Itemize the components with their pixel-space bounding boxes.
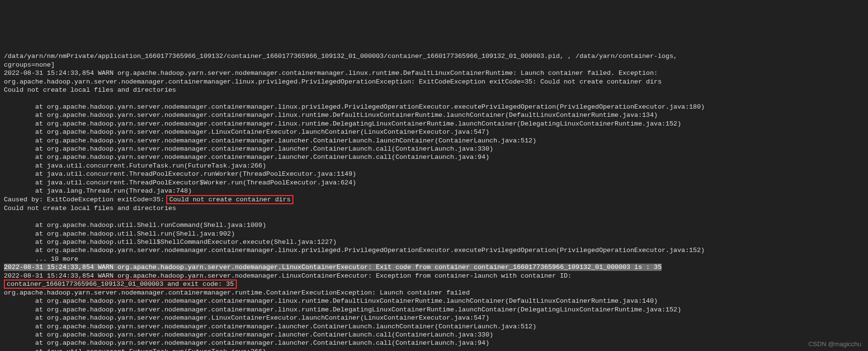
- stack-trace-line: at org.apache.hadoop.util.Shell$ShellCom…: [4, 239, 337, 246]
- exception-line: org.apache.hadoop.yarn.server.nodemanage…: [4, 289, 470, 296]
- stack-trace-line: at org.apache.hadoop.yarn.server.nodeman…: [4, 128, 490, 136]
- log-line: cgroups=none]: [4, 61, 55, 69]
- selected-log-line[interactable]: 2022-08-31 15:24:33,854 WARN org.apache.…: [4, 264, 662, 271]
- stack-trace-line: at java.util.concurrent.ThreadPoolExecut…: [4, 179, 356, 186]
- log-line-warn: 2022-08-31 15:24:33,854 WARN org.apache.…: [4, 272, 572, 280]
- stack-trace-line: at org.apache.hadoop.yarn.server.nodeman…: [4, 154, 490, 161]
- log-line-blank: [4, 95, 8, 102]
- caused-by-prefix: Caused by: ExitCodeException exitCode=35…: [4, 196, 164, 203]
- log-line: Could not create local files and directo…: [4, 205, 176, 212]
- stack-trace-line: at java.lang.Thread.run(Thread.java:748): [4, 187, 192, 195]
- stack-trace-line: at org.apache.hadoop.yarn.server.nodeman…: [4, 137, 536, 144]
- stack-trace-line: at java.util.concurrent.ThreadPoolExecut…: [4, 170, 356, 178]
- stack-trace-line: at org.apache.hadoop.util.Shell.run(Shel…: [4, 230, 235, 238]
- highlight-box-could-not-create-container-dirs: Could not create container dirs: [166, 195, 293, 204]
- stack-trace-line: at org.apache.hadoop.yarn.server.nodeman…: [4, 306, 681, 313]
- stack-trace-line: at java.util.concurrent.FutureTask.run(F…: [4, 348, 266, 351]
- caused-by-line: Caused by: ExitCodeException exitCode=35…: [4, 196, 293, 203]
- stack-trace-line: at org.apache.hadoop.yarn.server.nodeman…: [4, 339, 490, 347]
- stack-trace-line: at java.util.concurrent.FutureTask.run(F…: [4, 162, 266, 169]
- stack-trace-line: at org.apache.hadoop.yarn.server.nodeman…: [4, 145, 493, 153]
- log-line: /data/yarn/nm/nmPrivate/application_1660…: [4, 53, 677, 60]
- log-line: org.apache.hadoop.yarn.server.nodemanage…: [4, 78, 662, 85]
- log-line: Could not create local files and directo…: [4, 86, 176, 94]
- log-line-warn: 2022-08-31 15:24:33,854 WARN org.apache.…: [4, 70, 658, 77]
- stack-trace-line: ... 10 more: [4, 255, 78, 263]
- stack-trace-line: at org.apache.hadoop.yarn.server.nodeman…: [4, 112, 658, 119]
- stack-trace-line: at org.apache.hadoop.yarn.server.nodeman…: [4, 120, 681, 127]
- stack-trace-line: at org.apache.hadoop.yarn.server.nodeman…: [4, 247, 705, 254]
- terminal-log-output[interactable]: /data/yarn/nm/nmPrivate/application_1660…: [0, 42, 868, 351]
- highlight-box-container-exit-code: container_1660177365966_109132_01_000003…: [4, 280, 237, 289]
- stack-trace-line: at org.apache.hadoop.yarn.server.nodeman…: [4, 297, 658, 305]
- stack-trace-line: at org.apache.hadoop.yarn.server.nodeman…: [4, 331, 493, 338]
- watermark-text: CSDN @magicchu: [809, 340, 861, 348]
- stack-trace-line: at org.apache.hadoop.util.Shell.runComma…: [4, 222, 266, 229]
- stack-trace-line: at org.apache.hadoop.yarn.server.nodeman…: [4, 323, 536, 330]
- log-line-blank: [4, 213, 8, 221]
- stack-trace-line: at org.apache.hadoop.yarn.server.nodeman…: [4, 103, 705, 111]
- stack-trace-line: at org.apache.hadoop.yarn.server.nodeman…: [4, 314, 490, 322]
- container-id-line: container_1660177365966_109132_01_000003…: [4, 281, 237, 288]
